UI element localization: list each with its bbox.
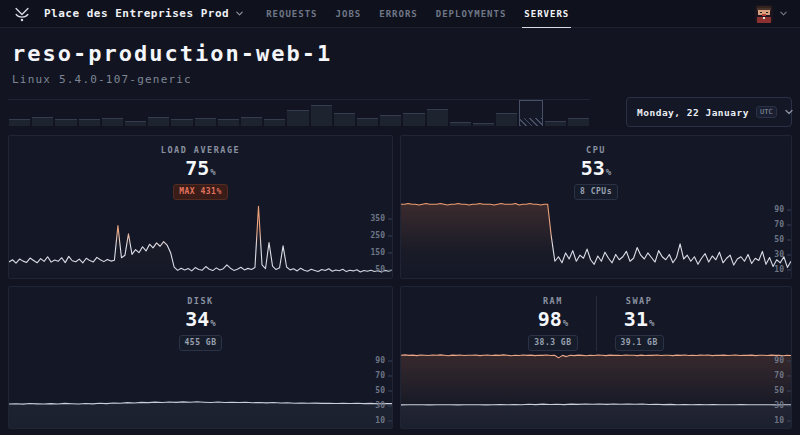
date-picker-label: Monday, 22 January — [637, 107, 749, 118]
timeline-row: Monday, 22 January UTC — [8, 99, 792, 127]
timeline-bar[interactable] — [403, 113, 424, 126]
y-tick-mark — [787, 240, 791, 241]
user-avatar[interactable] — [755, 5, 773, 23]
timeline-bar[interactable] — [450, 122, 471, 126]
panel-disk: DISK34%455 GB9070503010 — [8, 286, 393, 429]
nav-link-jobs[interactable]: JOBS — [336, 0, 362, 28]
y-tick-label: 50 — [375, 386, 385, 395]
date-picker[interactable]: Monday, 22 January UTC — [626, 97, 792, 127]
y-tick-label: 150 — [371, 248, 385, 257]
app-logo-icon[interactable] — [12, 4, 32, 24]
y-tick-mark — [787, 390, 791, 391]
chart-disk: 9070503010 — [9, 353, 392, 428]
panel-header-disk: DISK34%455 GB — [9, 287, 392, 351]
timeline-bar[interactable] — [473, 123, 494, 126]
chart-load-average: 35025015050 — [9, 202, 392, 278]
charts-grid: LOAD AVERAGE75%MAX 431%35025015050CPU53%… — [8, 135, 792, 429]
y-tick-mark — [787, 270, 791, 271]
chart-cpu: 9070503010 — [401, 202, 791, 278]
timeline-bar[interactable] — [264, 119, 285, 126]
panel-header-cpu: CPU53%8 CPUs — [401, 136, 791, 200]
timeline-bar[interactable] — [55, 119, 76, 126]
y-tick-label: 10 — [774, 265, 784, 274]
y-tick-mark — [388, 420, 392, 421]
y-tick-label: 90 — [774, 356, 784, 365]
y-tick-label: 90 — [375, 356, 385, 365]
timeline-bar[interactable] — [102, 118, 123, 126]
navbar-right — [755, 5, 788, 23]
timeline-bar[interactable] — [496, 113, 517, 126]
org-switcher[interactable]: Place des Entreprises Prod — [44, 7, 244, 20]
metric-cpu: CPU53%8 CPUs — [556, 145, 636, 200]
timeline-bar[interactable] — [32, 117, 53, 126]
metric-ram: RAM98%38.3 GB — [510, 296, 595, 351]
timeline-bar[interactable] — [241, 117, 262, 126]
metric-label: DISK — [179, 296, 223, 306]
timeline-bar[interactable] — [125, 121, 146, 126]
nav-links: REQUESTSJOBSERRORSDEPLOYMENTSSERVERS — [266, 0, 569, 28]
y-tick-mark — [388, 405, 392, 406]
y-tick-label: 50 — [375, 265, 385, 274]
y-tick-mark — [787, 255, 791, 256]
timeline-bar[interactable] — [218, 119, 239, 126]
metric-unit: % — [210, 167, 215, 177]
page-title: reso-production-web-1 — [12, 41, 792, 66]
panel-header-load-average: LOAD AVERAGE75%MAX 431% — [9, 136, 392, 200]
metric-value: 98% — [528, 309, 577, 330]
panel-cpu: CPU53%8 CPUs9070503010 — [400, 135, 792, 279]
timeline-bar[interactable] — [9, 119, 30, 126]
metric-disk: DISK34%455 GB — [161, 296, 241, 351]
panel-load-average: LOAD AVERAGE75%MAX 431%35025015050 — [8, 135, 393, 279]
metric-label: RAM — [528, 296, 577, 306]
metric-badge: 38.3 GB — [528, 335, 577, 351]
metric-badge: 8 CPUs — [574, 184, 618, 200]
main-content: reso-production-web-1 Linux 5.4.0-107-ge… — [0, 28, 800, 429]
timeline-bar[interactable] — [195, 118, 216, 126]
y-tick-label: 30 — [774, 250, 784, 259]
navbar: Place des Entreprises Prod REQUESTSJOBSE… — [0, 0, 800, 28]
timeline-bar[interactable] — [287, 110, 308, 126]
metric-value: 53% — [574, 158, 618, 179]
y-tick-mark — [388, 375, 392, 376]
y-tick-mark — [388, 390, 392, 391]
timeline-bar[interactable] — [357, 118, 378, 126]
metric-load-average: LOAD AVERAGE75%MAX 431% — [143, 145, 258, 200]
metric-unit: % — [210, 318, 215, 328]
y-tick-label: 70 — [375, 371, 385, 380]
metric-label: SWAP — [615, 296, 664, 306]
metric-unit: % — [649, 318, 654, 328]
timeline-bar[interactable] — [334, 113, 355, 126]
y-tick-label: 10 — [774, 416, 784, 425]
y-tick-mark — [388, 218, 392, 219]
timeline-bar-selected[interactable] — [519, 100, 542, 126]
metric-badge: 39.1 GB — [615, 335, 664, 351]
y-tick-mark — [388, 252, 392, 253]
chart-ram-swap: 9070503010 — [401, 353, 791, 428]
y-tick-label: 30 — [375, 401, 385, 410]
nav-link-requests[interactable]: REQUESTS — [266, 0, 317, 28]
panel-ram-swap: RAM98%38.3 GBSWAP31%39.1 GB9070503010 — [400, 286, 792, 429]
chevron-down-icon[interactable] — [779, 9, 788, 18]
nav-link-deployments[interactable]: DEPLOYMENTS — [436, 0, 507, 28]
metric-label: CPU — [574, 145, 618, 155]
timeline-bar[interactable] — [171, 119, 192, 126]
timeline-bar[interactable] — [545, 121, 566, 126]
timeline-bar[interactable] — [148, 117, 169, 126]
y-tick-mark — [787, 375, 791, 376]
metric-badge: 455 GB — [179, 335, 223, 351]
nav-link-servers[interactable]: SERVERS — [524, 0, 569, 28]
metric-label: LOAD AVERAGE — [161, 145, 240, 155]
timeline-bar[interactable] — [568, 118, 589, 126]
y-tick-label: 50 — [774, 386, 784, 395]
timeline-bar[interactable] — [380, 115, 401, 126]
metric-value: 31% — [615, 309, 664, 330]
y-tick-mark — [787, 420, 791, 421]
chevron-down-icon — [235, 9, 244, 18]
timeline-bar[interactable] — [427, 109, 448, 126]
nav-link-errors[interactable]: ERRORS — [379, 0, 418, 28]
metric-swap: SWAP31%39.1 GB — [596, 296, 682, 351]
timeline-bar[interactable] — [79, 119, 100, 126]
panel-header-ram-swap: RAM98%38.3 GBSWAP31%39.1 GB — [401, 287, 791, 351]
timeline-bar[interactable] — [311, 105, 332, 126]
host-os-subtitle: Linux 5.4.0-107-generic — [12, 73, 792, 86]
